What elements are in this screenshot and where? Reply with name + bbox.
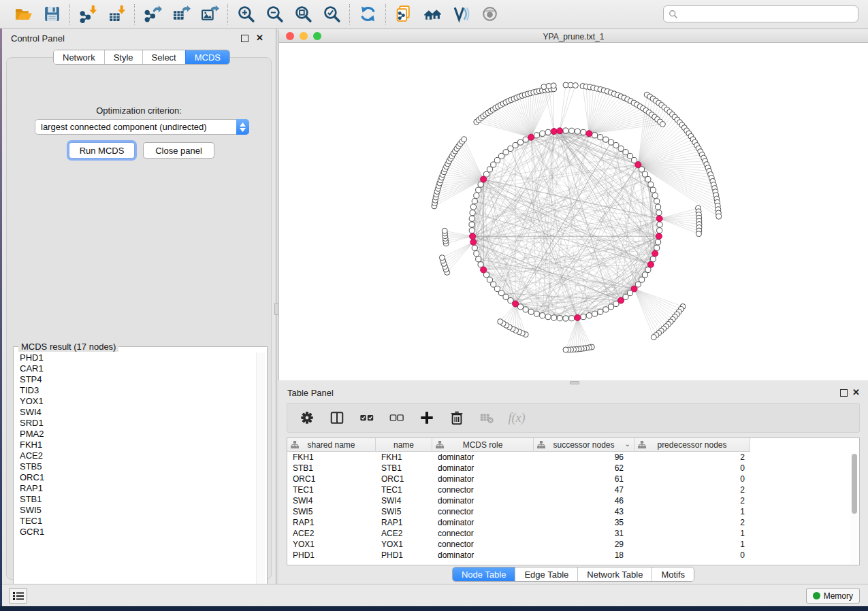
function-builder-icon[interactable]: f(x): [508, 409, 526, 427]
network-node[interactable]: [716, 214, 722, 219]
network-node[interactable]: [528, 309, 534, 314]
zoom-out-icon[interactable]: [263, 3, 286, 26]
network-node[interactable]: [650, 257, 656, 262]
network-node[interactable]: [592, 311, 598, 316]
network-node[interactable]: [487, 167, 492, 172]
network-node[interactable]: [474, 251, 479, 257]
mcds-network-node[interactable]: [647, 261, 654, 267]
network-node[interactable]: [545, 314, 551, 320]
network-node[interactable]: [652, 193, 658, 198]
mcds-node-item[interactable]: ACE2: [14, 450, 257, 461]
network-node[interactable]: [439, 255, 445, 261]
network-node[interactable]: [603, 137, 609, 142]
table-row[interactable]: ORC1ORC1dominator610: [287, 474, 851, 484]
table-row[interactable]: PHD1PHD1dominator180: [287, 550, 851, 561]
network-node[interactable]: [469, 222, 475, 227]
network-node[interactable]: [586, 313, 592, 318]
network-node[interactable]: [650, 187, 656, 193]
tab-select[interactable]: Select: [142, 50, 185, 64]
network-node[interactable]: [648, 182, 654, 187]
table-row[interactable]: RAP1RAP1dominator352: [287, 517, 851, 528]
network-node[interactable]: [469, 216, 475, 221]
network-node[interactable]: [642, 171, 647, 177]
mcds-node-item[interactable]: SWI4: [14, 407, 257, 418]
mcds-network-node[interactable]: [513, 301, 519, 307]
export-table-icon[interactable]: [170, 3, 193, 26]
eye-icon[interactable]: [478, 3, 501, 26]
search-box[interactable]: [663, 5, 858, 22]
network-node[interactable]: [523, 137, 528, 142]
network-node[interactable]: [491, 282, 496, 287]
network-node[interactable]: [508, 146, 513, 151]
export-image-icon[interactable]: [198, 3, 221, 26]
network-node[interactable]: [498, 319, 503, 325]
mcds-result-list[interactable]: PHD1CAR1STP4TID3YOX1SWI4SRD1PMA2FKH1ACE2…: [14, 352, 257, 595]
zoom-selected-icon[interactable]: [320, 3, 343, 26]
network-node[interactable]: [623, 150, 628, 155]
network-node[interactable]: [569, 316, 575, 321]
import-table-icon[interactable]: [105, 3, 128, 26]
mcds-network-node[interactable]: [656, 216, 662, 222]
mcds-node-item[interactable]: PHD1: [14, 352, 257, 363]
mcds-node-item[interactable]: STB5: [14, 461, 257, 472]
mcds-network-node[interactable]: [528, 134, 534, 140]
network-node[interactable]: [474, 193, 479, 198]
splitter-grip[interactable]: [570, 381, 579, 384]
network-node[interactable]: [498, 153, 504, 159]
mcds-node-item[interactable]: TEC1: [14, 516, 257, 527]
network-node[interactable]: [569, 128, 575, 133]
float-panel-icon[interactable]: [840, 389, 848, 397]
network-node[interactable]: [598, 135, 603, 140]
network-node[interactable]: [442, 228, 447, 233]
network-node[interactable]: [603, 307, 609, 312]
network-node[interactable]: [476, 257, 481, 262]
tab-network[interactable]: Network: [54, 50, 104, 64]
mcds-network-node[interactable]: [481, 267, 487, 273]
network-node[interactable]: [472, 245, 477, 250]
search-input[interactable]: [678, 7, 858, 21]
refresh-icon[interactable]: [356, 3, 379, 26]
add-column-icon[interactable]: [418, 409, 436, 427]
table-row[interactable]: YOX1YOX1connector291: [287, 539, 851, 550]
table-row[interactable]: SWI5SWI5connector431: [287, 506, 851, 517]
network-node[interactable]: [660, 122, 665, 127]
mcds-network-node[interactable]: [635, 162, 641, 168]
network-node[interactable]: [575, 129, 580, 134]
mcds-node-item[interactable]: TID3: [14, 385, 257, 396]
open-file-icon[interactable]: [12, 3, 35, 26]
horizontal-splitter[interactable]: [278, 380, 868, 385]
mcds-network-node[interactable]: [631, 286, 637, 292]
network-node[interactable]: [608, 139, 613, 145]
tab-style[interactable]: Style: [104, 50, 142, 64]
network-node[interactable]: [563, 316, 568, 321]
select-all-columns-icon[interactable]: [358, 409, 376, 427]
cybrowser-icon[interactable]: [421, 3, 444, 26]
table-row[interactable]: SWI4SWI4dominator462: [287, 495, 851, 506]
column-header-shared-name[interactable]: shared name: [287, 438, 376, 452]
column-header-predecessor-nodes[interactable]: predecessor nodes: [634, 438, 750, 452]
network-node[interactable]: [656, 210, 662, 216]
network-node[interactable]: [487, 277, 492, 282]
mcds-node-item[interactable]: ORC1: [14, 472, 257, 483]
column-header-MCDS-role[interactable]: MCDS role: [432, 438, 534, 452]
mcds-node-item[interactable]: STB1: [14, 494, 257, 505]
columns-icon[interactable]: [328, 409, 346, 427]
network-node[interactable]: [613, 142, 619, 148]
table-row[interactable]: STB1STB1dominator620: [287, 463, 851, 474]
network-node[interactable]: [598, 309, 603, 314]
close-panel-icon[interactable]: ✕: [852, 387, 860, 398]
tab-network-table[interactable]: Network Table: [577, 567, 652, 581]
mcds-network-node[interactable]: [586, 131, 592, 137]
task-history-button[interactable]: [9, 588, 27, 604]
network-node[interactable]: [563, 128, 568, 133]
network-node[interactable]: [651, 335, 656, 340]
zoom-in-icon[interactable]: [234, 3, 257, 26]
network-node[interactable]: [618, 146, 624, 151]
network-node[interactable]: [491, 162, 496, 167]
network-node[interactable]: [470, 204, 476, 210]
network-node[interactable]: [654, 245, 660, 250]
network-node[interactable]: [657, 228, 662, 233]
tab-node-table[interactable]: Node Table: [453, 567, 515, 581]
memory-button[interactable]: Memory: [806, 588, 860, 604]
network-node[interactable]: [540, 131, 545, 136]
